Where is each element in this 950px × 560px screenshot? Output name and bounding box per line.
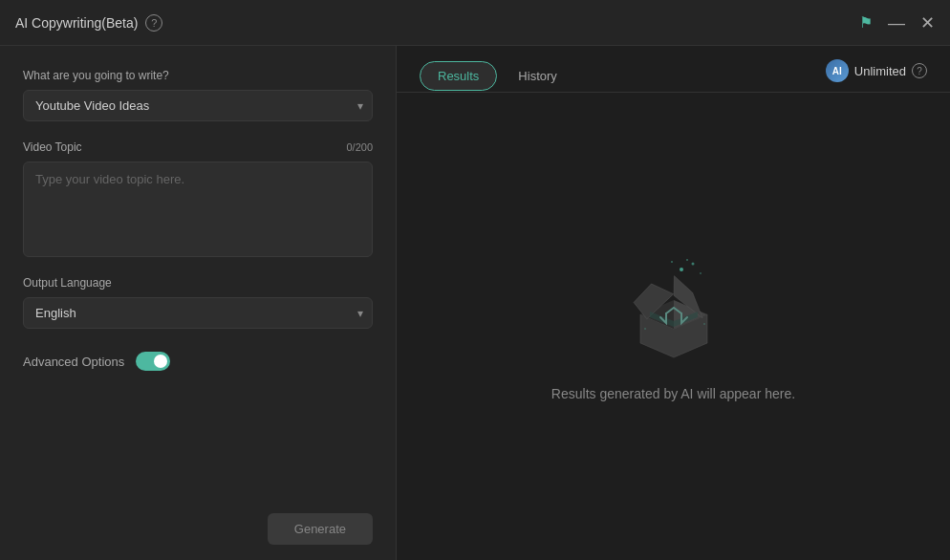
advanced-options-label: Advanced Options [23, 355, 124, 369]
svg-point-3 [700, 272, 702, 274]
toggle-slider [136, 352, 170, 371]
tabs-bar: Results History AI Unlimited ? [397, 46, 950, 93]
tab-results[interactable]: Results [420, 61, 497, 91]
minimize-button[interactable]: — [888, 14, 905, 32]
app-title: AI Copywriting(Beta) [15, 15, 138, 31]
tabs-left: Results History [420, 61, 574, 90]
tab-history[interactable]: History [501, 62, 573, 90]
left-panel: What are you going to write? Youtube Vid… [0, 46, 397, 560]
content-type-select[interactable]: Youtube Video Ideas Blog Post Social Med… [23, 90, 373, 121]
titlebar: AI Copywriting(Beta) ? ⚑ — ✕ [0, 0, 950, 46]
unlimited-badge: AI Unlimited ? [826, 59, 927, 82]
box-svg [616, 252, 731, 367]
generate-button[interactable]: Generate [268, 513, 373, 545]
char-count: 0/200 [346, 141, 373, 153]
advanced-options-toggle[interactable] [136, 352, 170, 371]
window-controls: ⚑ — ✕ [859, 14, 935, 32]
topic-header: Video Topic 0/200 [23, 140, 373, 154]
main-layout: What are you going to write? Youtube Vid… [0, 46, 950, 560]
video-topic-input[interactable] [23, 162, 373, 257]
empty-state: Results generated by AI will appear here… [397, 93, 950, 560]
close-button[interactable]: ✕ [920, 14, 935, 32]
content-type-select-wrapper: Youtube Video Ideas Blog Post Social Med… [23, 90, 373, 121]
output-language-label: Output Language [23, 276, 373, 290]
bookmark-icon[interactable]: ⚑ [859, 15, 873, 31]
svg-point-0 [680, 268, 683, 271]
unlimited-label: Unlimited [854, 64, 906, 78]
svg-point-12 [703, 323, 705, 325]
empty-state-illustration [616, 252, 731, 367]
language-select[interactable]: English Spanish French German Chinese [23, 297, 373, 329]
video-topic-label: Video Topic [23, 140, 82, 154]
language-select-wrapper: English Spanish French German Chinese ▾ [23, 297, 373, 329]
advanced-options-row: Advanced Options [23, 352, 373, 371]
unlimited-help-icon[interactable]: ? [912, 63, 927, 78]
help-icon[interactable]: ? [145, 14, 162, 32]
svg-point-4 [686, 259, 688, 261]
titlebar-left: AI Copywriting(Beta) ? [15, 14, 162, 32]
ai-avatar: AI [826, 59, 849, 82]
content-type-label: What are you going to write? [23, 69, 373, 82]
right-panel: Results History AI Unlimited ? [397, 46, 950, 560]
empty-state-text: Results generated by AI will appear here… [551, 386, 795, 401]
svg-point-11 [644, 328, 646, 330]
svg-point-1 [691, 262, 694, 265]
svg-point-2 [671, 261, 673, 263]
